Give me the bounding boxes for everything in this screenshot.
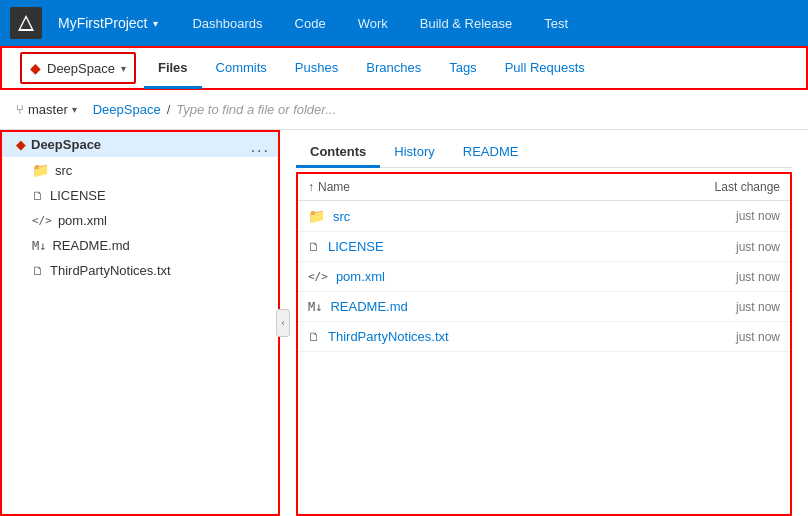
- sub-nav-items: Files Commits Pushes Branches Tags Pull …: [144, 48, 599, 88]
- file-last-change: just now: [680, 240, 780, 254]
- project-name: MyFirstProject: [58, 15, 147, 31]
- file-name: README.md: [330, 299, 680, 314]
- breadcrumb: DeepSpace / Type to find a file or folde…: [93, 102, 336, 117]
- file-tree-sidebar: ··· ◆ DeepSpace 📁 src 🗋 LICENSE </> pom.…: [0, 130, 280, 516]
- nav-item-test[interactable]: Test: [528, 0, 584, 46]
- breadcrumb-search[interactable]: Type to find a file or folder...: [176, 102, 336, 117]
- tree-item-label: LICENSE: [50, 188, 106, 203]
- tree-item-label: README.md: [52, 238, 129, 253]
- file2-icon: 🗋: [32, 264, 44, 278]
- sub-nav-pull-requests[interactable]: Pull Requests: [491, 48, 599, 89]
- repo-selector[interactable]: ◆ DeepSpace ▾: [20, 52, 136, 84]
- tab-history[interactable]: History: [380, 138, 448, 168]
- sidebar-collapse-button[interactable]: ‹: [276, 309, 290, 337]
- nav-item-code[interactable]: Code: [279, 0, 342, 46]
- repo-name: DeepSpace: [47, 61, 115, 76]
- main-content: ··· ◆ DeepSpace 📁 src 🗋 LICENSE </> pom.…: [0, 130, 808, 516]
- tree-item-thirdparty[interactable]: 🗋 ThirdPartyNotices.txt: [2, 258, 278, 283]
- sort-arrow-icon: ↑: [308, 180, 314, 194]
- file-last-change: just now: [680, 300, 780, 314]
- table-row[interactable]: 📁 src just now: [298, 201, 790, 232]
- project-chevron-icon: ▾: [153, 18, 158, 29]
- sub-nav-branches[interactable]: Branches: [352, 48, 435, 89]
- tree-item-pomxml[interactable]: </> pom.xml: [2, 208, 278, 233]
- top-navigation: MyFirstProject ▾ Dashboards Code Work Bu…: [0, 0, 808, 46]
- project-selector[interactable]: MyFirstProject ▾: [50, 11, 166, 35]
- table-row[interactable]: M↓ README.md just now: [298, 292, 790, 322]
- file-icon: 🗋: [308, 330, 320, 344]
- repo-chevron-icon: ▾: [121, 63, 126, 74]
- sidebar-more-icon[interactable]: ···: [251, 142, 270, 160]
- table-header: ↑ Name Last change: [298, 174, 790, 201]
- tree-item-label: src: [55, 163, 72, 178]
- col-name-header: Name: [318, 180, 680, 194]
- table-row[interactable]: 🗋 LICENSE just now: [298, 232, 790, 262]
- nav-item-build-release[interactable]: Build & Release: [404, 0, 529, 46]
- tab-readme[interactable]: README: [449, 138, 533, 168]
- file-icon: 🗋: [308, 240, 320, 254]
- branch-name: master: [28, 102, 68, 117]
- tree-item-label: ThirdPartyNotices.txt: [50, 263, 171, 278]
- col-lastchange-header: Last change: [680, 180, 780, 194]
- file-panel: Contents History README ↑ Name Last chan…: [280, 130, 808, 516]
- nav-item-dashboards[interactable]: Dashboards: [176, 0, 278, 46]
- file-name: pom.xml: [336, 269, 680, 284]
- tree-root-item[interactable]: ◆ DeepSpace: [2, 132, 278, 157]
- sub-nav-tags[interactable]: Tags: [435, 48, 490, 89]
- file-name: ThirdPartyNotices.txt: [328, 329, 680, 344]
- tree-item-readme[interactable]: M↓ README.md: [2, 233, 278, 258]
- repo-diamond-icon: ◆: [30, 60, 41, 76]
- root-diamond-icon: ◆: [16, 138, 25, 152]
- file-name: LICENSE: [328, 239, 680, 254]
- tree-item-license[interactable]: 🗋 LICENSE: [2, 183, 278, 208]
- markdown-icon: M↓: [32, 239, 46, 253]
- file-last-change: just now: [680, 270, 780, 284]
- panel-tabs: Contents History README: [296, 130, 792, 168]
- file-name: src: [333, 209, 680, 224]
- sub-nav-commits[interactable]: Commits: [202, 48, 281, 89]
- file-last-change: just now: [680, 330, 780, 344]
- nav-item-work[interactable]: Work: [342, 0, 404, 46]
- branch-icon: ⑂: [16, 102, 24, 117]
- folder-icon: 📁: [308, 208, 325, 224]
- file-table: ↑ Name Last change 📁 src just now 🗋 LICE…: [296, 172, 792, 516]
- tab-contents[interactable]: Contents: [296, 138, 380, 168]
- table-row[interactable]: 🗋 ThirdPartyNotices.txt just now: [298, 322, 790, 352]
- sub-navigation: ◆ DeepSpace ▾ Files Commits Pushes Branc…: [0, 46, 808, 90]
- tree-item-src[interactable]: 📁 src: [2, 157, 278, 183]
- sub-nav-pushes[interactable]: Pushes: [281, 48, 352, 89]
- code-icon: </>: [308, 270, 328, 283]
- tree-root-label: DeepSpace: [31, 137, 101, 152]
- branch-bar: ⑂ master ▾ DeepSpace / Type to find a fi…: [0, 90, 808, 130]
- top-nav-items: Dashboards Code Work Build & Release Tes…: [176, 0, 584, 46]
- branch-chevron-icon: ▾: [72, 104, 77, 115]
- code-icon: </>: [32, 214, 52, 227]
- file-icon: 🗋: [32, 189, 44, 203]
- markdown-icon: M↓: [308, 300, 322, 314]
- folder-icon: 📁: [32, 162, 49, 178]
- sub-nav-files[interactable]: Files: [144, 48, 202, 89]
- app-logo[interactable]: [10, 7, 42, 39]
- file-last-change: just now: [680, 209, 780, 223]
- tree-item-label: pom.xml: [58, 213, 107, 228]
- breadcrumb-separator: /: [167, 102, 171, 117]
- branch-selector[interactable]: ⑂ master ▾: [16, 102, 77, 117]
- table-row[interactable]: </> pom.xml just now: [298, 262, 790, 292]
- breadcrumb-repo[interactable]: DeepSpace: [93, 102, 161, 117]
